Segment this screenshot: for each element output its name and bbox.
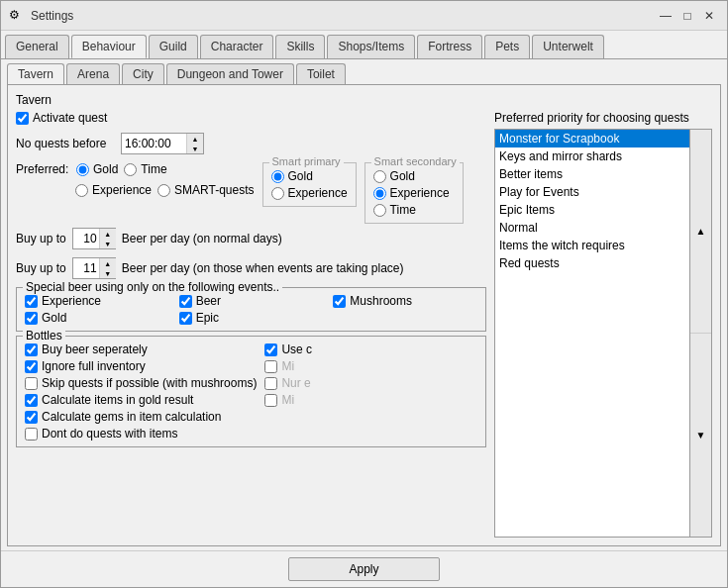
apply-button[interactable]: Apply — [288, 557, 439, 581]
beer2-up-btn[interactable]: ▲ — [100, 258, 116, 268]
tab-unterwelt[interactable]: Unterwelt — [532, 35, 604, 58]
tab-general[interactable]: General — [5, 35, 69, 58]
beer-epic-checkbox[interactable] — [179, 312, 192, 325]
beer-exp-label[interactable]: Experience — [25, 294, 169, 308]
beer-gold-checkbox[interactable] — [25, 312, 38, 325]
scroll-down-button[interactable]: ▼ — [690, 334, 711, 537]
priority-item-0[interactable]: Monster for Scrapbook — [495, 130, 689, 147]
preferred-gold-text: Gold — [93, 162, 118, 176]
priority-item-5[interactable]: Normal — [495, 219, 689, 237]
ignore-inv-checkbox[interactable] — [25, 360, 38, 373]
tab-behaviour[interactable]: Behaviour — [71, 35, 147, 58]
smart-primary-exp-radio[interactable] — [271, 187, 284, 200]
preferred-gold-label[interactable]: Gold — [76, 162, 118, 176]
buy-beer-sep-checkbox[interactable] — [25, 343, 38, 356]
mi-label2[interactable]: Mi — [264, 393, 312, 407]
smart-primary-gold-radio[interactable] — [271, 170, 284, 183]
nur-e-label[interactable]: Nur e — [264, 376, 312, 390]
sub-tab-tavern[interactable]: Tavern — [7, 63, 64, 84]
buy-beer-sep-label[interactable]: Buy beer seperately — [25, 343, 257, 356]
close-button[interactable]: ✕ — [699, 6, 719, 26]
smart-secondary-time-radio[interactable] — [373, 204, 386, 217]
special-beer-title: Special beer using only on the following… — [23, 280, 282, 294]
preferred-exp-radio[interactable] — [75, 184, 88, 197]
smart-secondary-title: Smart secondary — [371, 155, 460, 167]
priority-item-6[interactable]: Items the witch requires — [495, 237, 689, 254]
beer-exp-checkbox[interactable] — [25, 295, 38, 308]
priority-item-4[interactable]: Epic Items — [495, 201, 689, 219]
smart-secondary-gold-text: Gold — [390, 169, 415, 183]
beer-count-1-group: ▲ ▼ — [72, 228, 116, 249]
tab-skills[interactable]: Skills — [275, 35, 325, 58]
activate-quest-checkbox[interactable] — [16, 112, 29, 125]
preferred-time-label[interactable]: Time — [124, 162, 166, 176]
calc-gold-label[interactable]: Calculate items in gold result — [25, 393, 257, 407]
sub-tab-dungeon[interactable]: Dungeon and Tower — [166, 63, 294, 84]
minimize-button[interactable]: — — [656, 6, 676, 26]
priority-item-1[interactable]: Keys and mirror shards — [495, 147, 689, 165]
tab-shops[interactable]: Shops/Items — [327, 35, 415, 58]
tab-pets[interactable]: Pets — [484, 35, 530, 58]
time-up-button[interactable]: ▲ — [187, 134, 203, 144]
smart-secondary-gold-label[interactable]: Gold — [373, 169, 455, 183]
mi-checkbox2[interactable] — [264, 394, 277, 407]
smart-secondary-exp-radio[interactable] — [373, 187, 386, 200]
sub-tab-toilet[interactable]: Toilet — [296, 63, 346, 84]
beer-spin-1: ▲ ▼ — [99, 229, 116, 248]
no-quests-label: No quests before — [16, 137, 115, 150]
tab-fortress[interactable]: Fortress — [417, 35, 482, 58]
preferred-time-radio[interactable] — [124, 163, 137, 176]
preferred-row2: Experience SMART-quests — [16, 183, 255, 197]
smart-secondary-exp-label[interactable]: Experience — [373, 186, 455, 200]
preferred-smart-radio[interactable] — [157, 184, 170, 197]
mi-checkbox1[interactable] — [264, 360, 277, 373]
tab-guild[interactable]: Guild — [149, 35, 198, 58]
ignore-inv-label[interactable]: Ignore full inventory — [25, 359, 257, 373]
smart-primary-exp-label[interactable]: Experience — [271, 186, 348, 200]
buy-up-to-row1: Buy up to ▲ ▼ Beer per day (on normal da… — [16, 228, 486, 249]
beer-count-1-input[interactable] — [73, 231, 99, 246]
use-c-checkbox[interactable] — [264, 343, 277, 356]
sub-tab-city[interactable]: City — [122, 63, 164, 84]
beer1-down-btn[interactable]: ▼ — [100, 239, 116, 248]
smart-secondary-gold-radio[interactable] — [373, 170, 386, 183]
beer-label-1: Beer per day (on normal days) — [122, 232, 282, 245]
tab-character[interactable]: Character — [200, 35, 274, 58]
preferred-smart-label[interactable]: SMART-quests — [157, 183, 254, 197]
mi-label1[interactable]: Mi — [264, 359, 312, 373]
beer-beer-label[interactable]: Beer — [179, 294, 324, 308]
beer-gold-label[interactable]: Gold — [25, 311, 169, 325]
beer-beer-checkbox[interactable] — [179, 295, 192, 308]
preferred-gold-radio[interactable] — [76, 163, 89, 176]
beer-epic-label[interactable]: Epic — [179, 311, 324, 325]
priority-list[interactable]: Monster for Scrapbook Keys and mirror sh… — [494, 129, 690, 538]
maximize-button[interactable]: □ — [677, 6, 697, 26]
priority-item-3[interactable]: Play for Events — [495, 183, 689, 201]
no-item-quests-label[interactable]: Dont do quests with items — [25, 427, 257, 441]
use-c-label[interactable]: Use c — [264, 343, 312, 356]
nur-e-checkbox[interactable] — [264, 377, 277, 390]
beer-mushrooms-checkbox[interactable] — [333, 295, 346, 308]
no-item-quests-checkbox[interactable] — [25, 428, 38, 441]
calc-gems-checkbox[interactable] — [25, 411, 38, 424]
calc-gold-checkbox[interactable] — [25, 394, 38, 407]
smart-primary-group: Smart primary Gold Experience — [262, 162, 357, 207]
beer2-down-btn[interactable]: ▼ — [100, 268, 116, 278]
time-input[interactable] — [122, 135, 186, 152]
preferred-exp-label[interactable]: Experience — [75, 183, 152, 197]
beer1-up-btn[interactable]: ▲ — [100, 229, 116, 239]
calc-gems-label[interactable]: Calculate gems in item calculation — [25, 410, 257, 424]
priority-item-2[interactable]: Better items — [495, 165, 689, 183]
activate-quest-checkbox-label[interactable]: Activate quest — [16, 111, 107, 125]
priority-item-7[interactable]: Red quests — [495, 254, 689, 272]
scroll-up-button[interactable]: ▲ — [690, 130, 711, 334]
skip-quests-label[interactable]: Skip quests if possible (with mushrooms) — [25, 376, 257, 390]
smart-secondary-time-label[interactable]: Time — [373, 203, 455, 217]
time-down-button[interactable]: ▼ — [187, 144, 203, 153]
window-icon: ⚙ — [9, 8, 25, 24]
skip-quests-checkbox[interactable] — [25, 377, 38, 390]
sub-tab-arena[interactable]: Arena — [66, 63, 120, 84]
beer-mushrooms-label[interactable]: Mushrooms — [333, 294, 477, 308]
smart-primary-gold-label[interactable]: Gold — [271, 169, 348, 183]
beer-count-2-input[interactable] — [73, 260, 99, 276]
